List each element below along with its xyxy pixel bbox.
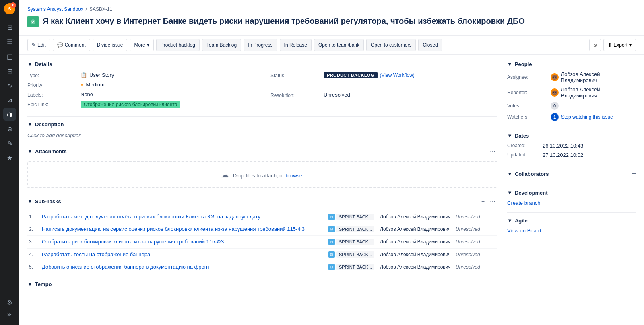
view-on-board-link[interactable]: View on Board [507,228,541,234]
details-divider [27,116,497,117]
status-badge: PRODUCT BACKLOG [324,72,378,78]
development-section: ▼ Development Create branch [507,190,636,206]
priority-label: Priority: [27,82,76,88]
attachments-more-button[interactable]: ⋯ [488,146,497,156]
nav-collapse-icon[interactable]: ≫ [3,311,16,319]
create-branch-link[interactable]: Create branch [507,200,540,206]
subtasks-list: 1. Разработать метод получения отчёта о … [27,211,497,273]
subtask-status: Unresolved [456,239,496,245]
collaborators-section-title[interactable]: ▼ Collaborators [507,171,632,177]
details-right: Status: PRODUCT BACKLOG (View Workflow) … [270,72,497,108]
browse-link[interactable]: browse. [285,173,304,179]
subtask-title-link[interactable]: Добавить описание отображения баннера в … [42,263,325,271]
subtasks-add-button[interactable]: + [478,196,488,206]
details-section-header[interactable]: ▼ Details [27,61,497,67]
subtask-type-icon: ⊡ [328,264,335,270]
issue-sidebar: ▼ People Assignee: 🐻 Лобзов Алексей Влад… [507,61,636,295]
resolution-label: Resolution: [270,92,319,98]
nav-backlog-icon[interactable]: ⊟ [3,64,16,77]
stop-watching-link[interactable]: Stop watching this issue [561,114,613,120]
priority-icon: ≡ [80,82,84,88]
created-value: 26.10.2022 10:43 [543,143,636,149]
in-release-button[interactable]: In Release [280,39,312,51]
epic-link-value: Отображение рисков блокировки клиента [80,101,254,108]
left-navigation: S 0 ⊞ ☰ ◫ ⊟ ∿ ⊿ ◑ ⊕ ✎ ★ ⚙ ≫ [0,0,19,325]
open-to-customers-button[interactable]: Open to customers [366,39,416,51]
edit-button[interactable]: ✎ Edit [27,39,50,51]
dates-divider [507,165,636,165]
subtask-number: 2. [29,226,39,232]
comment-button[interactable]: 💬 Comment [53,39,90,51]
nav-home-icon[interactable]: ⊞ [3,21,16,34]
nav-board-icon[interactable]: ◫ [3,50,16,63]
app-logo[interactable]: S 0 [4,3,15,14]
edit-icon: ✎ [32,42,36,48]
nav-releases-icon[interactable]: ⊕ [3,122,16,135]
in-progress-button[interactable]: In Progress [244,39,277,51]
subtask-title-link[interactable]: Разработать тесты на отображение баннера [42,251,325,258]
breadcrumb: Systems Analyst Sandbox / SASBX-11 [27,6,636,12]
breadcrumb-project-link[interactable]: Systems Analyst Sandbox [27,6,83,12]
subtask-assignee: Лобзов Алексей Владимирович [380,252,452,257]
details-section: ▼ Details Type: 📋 User Story Priority: ≡ [27,61,497,108]
subtasks-header-row: ▼ Sub-Tasks + ⋯ [27,196,497,206]
assignee-label: Assignee: [507,74,547,80]
subtask-title-link[interactable]: Отобразить риск блокировки клиента из-за… [42,238,325,245]
agile-section: ▼ Agile View on Board [507,218,636,234]
agile-section-title: Agile [515,218,528,224]
watchers-label: Watchers: [507,114,547,120]
attachments-drop-zone[interactable]: ☁ Drop files to attach, or browse. [27,161,497,188]
share-button[interactable]: ⎋ [589,39,601,51]
export-button[interactable]: ⬆ Export ▾ [603,39,636,51]
subtask-number: 4. [29,252,39,257]
collaborators-add-button[interactable]: + [632,170,636,178]
nav-pen-icon[interactable]: ✎ [3,137,16,150]
development-section-header[interactable]: ▼ Development [507,190,636,196]
tempo-section: ▼ Tempo [27,281,497,287]
issue-toolbar: ✎ Edit 💬 Comment Divide issue More ▾ Pro… [19,36,644,55]
subtask-title-link[interactable]: Написать документацию на сервис оценки р… [42,226,325,233]
people-section-header[interactable]: ▼ People [507,61,636,67]
attachments-drop-text: Drop files to attach, or [233,173,284,179]
export-icon: ⬆ [608,42,612,48]
subtask-title-link[interactable]: Разработать метод получения отчёта о рис… [42,213,325,220]
product-backlog-button[interactable]: Product backlog [156,39,200,51]
nav-list-icon[interactable]: ☰ [3,35,16,48]
epic-tag[interactable]: Отображение рисков блокировки клиента [80,101,180,108]
subtask-type-icon: ⊡ [328,239,335,245]
nav-issue-icon[interactable]: ◑ [3,108,16,121]
description-section-header[interactable]: ▼ Description [27,121,497,128]
attachments-section: ▼ Attachments ⋯ ☁ Drop files to attach, … [27,146,497,188]
open-to-teambank-button[interactable]: Open to team\bank [314,39,364,51]
labels-value: None [80,91,254,97]
details-left: Type: 📋 User Story Priority: ≡ Medium La… [27,72,254,108]
subtasks-section-title[interactable]: ▼ Sub-Tasks [27,198,478,204]
assignee-avatar: 🐻 [551,73,559,81]
page-header: Systems Analyst Sandbox / SASBX-11 Я как… [19,0,644,36]
team-backlog-button[interactable]: Team Backlog [202,39,241,51]
attachments-header-row: ▼ Attachments ⋯ [27,146,497,156]
more-button[interactable]: More ▾ [130,39,153,51]
tempo-section-header[interactable]: ▼ Tempo [27,281,497,287]
divide-button[interactable]: Divide issue [93,39,128,51]
details-chevron-icon: ▼ [27,61,33,67]
closed-button[interactable]: Closed [418,39,442,51]
nav-timeline-icon[interactable]: ⊿ [3,93,16,106]
created-row: Created: 26.10.2022 10:43 [507,143,636,149]
nav-chart-icon[interactable]: ∿ [3,79,16,92]
upload-cloud-icon: ☁ [221,170,229,179]
dates-section-header[interactable]: ▼ Dates [507,133,636,139]
agile-section-header[interactable]: ▼ Agile [507,218,636,224]
details-grid: Type: 📋 User Story Priority: ≡ Medium La… [27,72,497,108]
sprint-badge: SPRINT BACK... [336,239,374,245]
votes-label: Votes: [507,103,547,109]
subtasks-more-button[interactable]: ⋯ [488,196,497,206]
nav-settings-icon[interactable]: ⚙ [3,296,16,309]
dates-section: ▼ Dates Created: 26.10.2022 10:43 Update… [507,133,636,158]
view-workflow-link[interactable]: (View Workflow) [380,72,415,78]
attachments-section-title[interactable]: ▼ Attachments [27,148,488,154]
reporter-avatar: 🐻 [551,88,559,97]
subtask-row: 1. Разработать метод получения отчёта о … [27,211,497,223]
nav-star-icon[interactable]: ★ [3,151,16,164]
description-placeholder[interactable]: Click to add description [27,132,497,138]
